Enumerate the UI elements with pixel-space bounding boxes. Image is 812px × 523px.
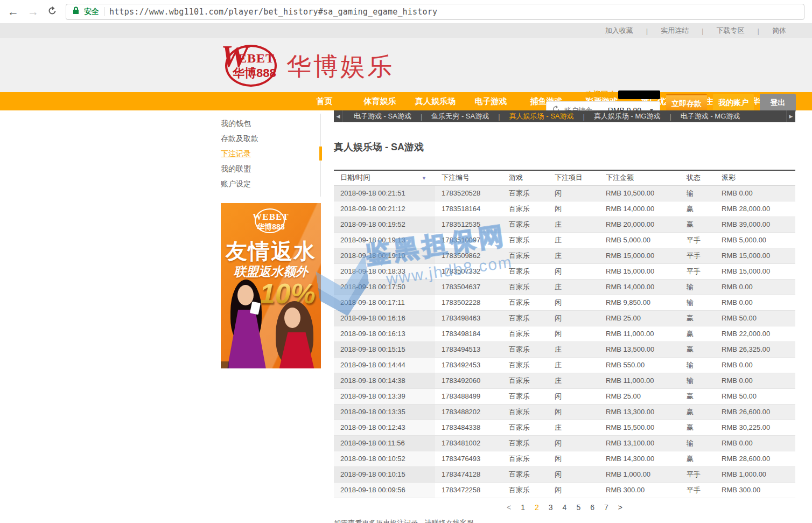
cell-status: 赢 (680, 326, 715, 341)
topbar-link[interactable]: 实用连结 (660, 26, 690, 36)
pagination-page-1[interactable]: 1 (521, 503, 525, 512)
column-header-bet-id[interactable]: 下注编号 (435, 170, 502, 185)
column-header-payout[interactable]: 派彩 (715, 170, 795, 185)
cell-bet-item: 闲 (548, 295, 599, 310)
logo-brand: EBET (238, 51, 275, 66)
cell-bet-id: 1783494513 (435, 341, 502, 357)
topbar-link[interactable]: 加入收藏 (604, 26, 634, 36)
bet-history-table: 日期/时间▼下注编号游戏下注项目下注金额状态派彩 2018-09-18 00:2… (334, 170, 795, 498)
cell-datetime: 2018-09-18 00:19:13 (334, 232, 435, 248)
my-account-button[interactable]: 我的账户 (713, 94, 754, 112)
deposit-button[interactable]: 立即存款 (666, 94, 707, 112)
pagination-page-3[interactable]: 3 (549, 503, 553, 512)
cell-status: 输 (680, 435, 715, 451)
cell-game: 百家乐 (502, 185, 548, 201)
nav-item[interactable]: 首页 (297, 96, 352, 107)
sidebar-item[interactable]: 账户设定 (221, 176, 320, 191)
subnav-item[interactable]: 鱼乐无穷 - SA游戏 (431, 111, 489, 121)
column-header-game[interactable]: 游戏 (502, 170, 548, 185)
subnav-item[interactable]: 真人娱乐场 - SA游戏 (509, 111, 574, 121)
refresh-icon[interactable] (47, 6, 57, 17)
subnav-left-arrow-icon[interactable]: ◀ (334, 110, 343, 122)
cell-datetime: 2018-09-18 00:19:10 (334, 248, 435, 263)
promo-banner[interactable]: WEBET 华博888 友情返水 联盟返水额外 10% (221, 203, 321, 368)
pagination-page-6[interactable]: 6 (590, 503, 594, 512)
forward-icon[interactable]: → (27, 6, 39, 17)
cell-status: 输 (680, 373, 715, 388)
column-header-bet-item[interactable]: 下注项目 (548, 170, 599, 185)
sidebar-item[interactable]: 我的钱包 (221, 116, 320, 131)
cell-game: 百家乐 (502, 263, 548, 279)
cell-game: 百家乐 (502, 482, 548, 498)
cell-payout: RMB 1,000.00 (715, 466, 795, 482)
column-header-status[interactable]: 状态 (680, 170, 715, 185)
cell-status: 赢 (680, 341, 715, 357)
sidebar-item[interactable]: 下注记录 (221, 146, 320, 161)
footer-note: 如需查看更多历史投注记录，请联络在线客服。 (334, 518, 795, 523)
cell-bet-item: 庄 (548, 373, 599, 388)
cell-amount: RMB 5,000.00 (599, 232, 680, 248)
column-header-datetime[interactable]: 日期/时间▼ (334, 170, 435, 185)
username-redacted (618, 90, 660, 99)
nav-item[interactable]: 真人娱乐场 (408, 96, 463, 107)
subnav-separator: | (669, 113, 671, 121)
cell-status: 输 (680, 357, 715, 373)
cell-bet-item: 庄 (548, 420, 599, 435)
pagination-page-7[interactable]: 7 (604, 503, 608, 512)
cell-status: 平手 (680, 482, 715, 498)
cell-status: 赢 (680, 388, 715, 404)
sidebar-item[interactable]: 存款及取款 (221, 131, 320, 146)
table-row: 2018-09-18 00:13:391783488499百家乐闲RMB 25.… (334, 388, 795, 404)
table-row: 2018-09-18 00:17:111783502228百家乐闲RMB 9,8… (334, 295, 795, 310)
table-header-row: 日期/时间▼下注编号游戏下注项目下注金额状态派彩 (334, 170, 795, 185)
cell-game: 百家乐 (502, 357, 548, 373)
cell-payout: RMB 50.00 (715, 310, 795, 326)
pagination-page-5[interactable]: 5 (576, 503, 580, 512)
column-header-amount[interactable]: 下注金额 (599, 170, 680, 185)
cell-bet-item: 闲 (548, 435, 599, 451)
cell-datetime: 2018-09-18 00:14:38 (334, 373, 435, 388)
cell-amount: RMB 15,000.00 (599, 263, 680, 279)
lock-icon (73, 6, 79, 17)
subnav-item[interactable]: 电子游戏 - SA游戏 (354, 111, 411, 121)
cell-bet-id: 1783484338 (435, 420, 502, 435)
cell-payout: RMB 50.00 (715, 388, 795, 404)
ad-badge[interactable] (221, 361, 229, 368)
cell-amount: RMB 14,000.00 (599, 279, 680, 295)
url-text[interactable]: https://www.wbg1101.com/player/bet_histo… (109, 7, 437, 17)
cell-bet-item: 庄 (548, 217, 599, 232)
cell-bet-item: 庄 (548, 341, 599, 357)
cell-datetime: 2018-09-18 00:12:43 (334, 420, 435, 435)
subnav-right-arrow-icon[interactable]: ▶ (786, 110, 795, 122)
cell-datetime: 2018-09-18 00:21:51 (334, 185, 435, 201)
sort-descending-icon[interactable]: ▼ (422, 176, 426, 181)
site-logo[interactable]: W EBET 华博888 华博娱乐 (220, 40, 394, 90)
topbar-link[interactable]: 简体 (771, 26, 787, 36)
nav-item[interactable]: 电子游戏 (463, 96, 519, 107)
pagination-page-2[interactable]: 2 (535, 503, 539, 512)
back-icon[interactable]: ← (8, 6, 19, 17)
cell-status: 赢 (680, 217, 715, 232)
nav-item[interactable]: 体育娱乐 (352, 96, 408, 107)
table-row: 2018-09-18 00:10:521783476493百家乐闲RMB 14,… (334, 451, 795, 466)
table-row: 2018-09-18 00:18:331783507332百家乐闲RMB 15,… (334, 263, 795, 279)
cell-payout: RMB 28,600.00 (715, 451, 795, 466)
subnav-separator: | (421, 113, 422, 121)
cell-bet-item: 闲 (548, 201, 599, 217)
subnav-item[interactable]: 真人娱乐场 - MG游戏 (594, 111, 661, 121)
cell-game: 百家乐 (502, 232, 548, 248)
address-bar[interactable]: 安全 https://www.wbg1101.com/player/bet_hi… (66, 4, 804, 20)
topbar-link[interactable]: 下载专区 (716, 26, 746, 36)
logout-button[interactable]: 登出 (760, 94, 796, 112)
pagination-page-4[interactable]: 4 (563, 503, 567, 512)
cell-bet-id: 1783492453 (435, 357, 502, 373)
pagination-next[interactable]: > (618, 503, 622, 512)
sidebar-item[interactable]: 我的联盟 (221, 161, 320, 176)
cell-amount: RMB 25.00 (599, 388, 680, 404)
cell-status: 赢 (680, 451, 715, 466)
cell-amount: RMB 11,000.00 (599, 326, 680, 341)
cell-amount: RMB 14,300.00 (599, 451, 680, 466)
cell-payout: RMB 0.00 (715, 279, 795, 295)
pagination-prev[interactable]: < (507, 503, 511, 512)
subnav-item[interactable]: 电子游戏 - MG游戏 (681, 111, 740, 121)
